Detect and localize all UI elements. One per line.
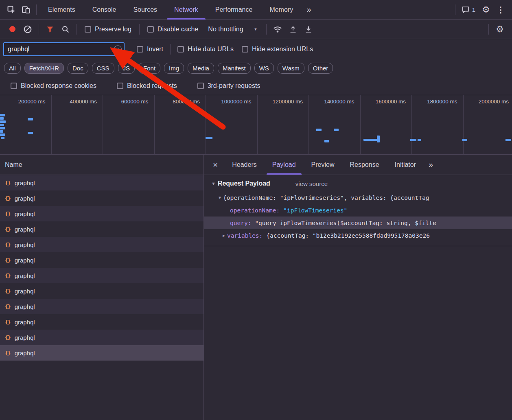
request-row[interactable]: {} graphql [0, 283, 203, 299]
request-row[interactable]: {} graphql [0, 175, 203, 190]
hide-data-urls-checkbox[interactable]: Hide data URLs [173, 46, 238, 53]
view-source-link[interactable]: view source [295, 180, 328, 187]
hide-extension-urls-checkbox[interactable]: Hide extension URLs [238, 46, 317, 53]
request-type-chip[interactable]: All [4, 63, 21, 74]
timeline-tick: 800000 ms [155, 95, 206, 154]
details-tab[interactable]: Preview [304, 155, 342, 175]
filter-input-wrap: × [3, 42, 125, 56]
panel-tab[interactable]: Network [166, 0, 207, 20]
request-type-chip[interactable]: Media [188, 63, 214, 74]
waterfall-bar [377, 136, 380, 142]
filter-checkbox[interactable]: 3rd-party requests [193, 82, 265, 90]
request-row[interactable]: {} graphql [0, 314, 203, 330]
clear-filter-icon[interactable]: × [114, 46, 122, 53]
network-settings-gear-icon[interactable]: ⚙ [492, 22, 507, 37]
waterfall-bar [0, 114, 5, 116]
disclosure-down-icon[interactable]: ▼ [219, 195, 221, 200]
fetch-braces-icon: {} [5, 350, 11, 356]
request-row[interactable]: {} graphql [0, 330, 203, 345]
payload-row-query[interactable]: query: "query ipFlowTimeseries($accountT… [204, 217, 512, 229]
waterfall-bar [410, 139, 416, 141]
request-row[interactable]: {} graphql [0, 190, 203, 206]
waterfall-bar [0, 133, 5, 136]
request-type-chip[interactable]: Font [138, 63, 160, 74]
payload-summary-row[interactable]: ▼ {operationName: "ipFlowTimeseries", va… [204, 191, 512, 204]
more-panels-icon[interactable]: » [302, 2, 316, 17]
filter-funnel-icon[interactable] [43, 22, 57, 37]
export-har-icon[interactable] [286, 22, 300, 37]
request-row[interactable]: {} graphql [0, 206, 203, 221]
request-row[interactable]: {} graphql [0, 268, 203, 283]
network-filter-input[interactable] [3, 42, 125, 56]
invert-filter-checkbox[interactable]: Invert [133, 46, 167, 53]
details-tab[interactable]: Initiator [387, 155, 424, 175]
panel-tab[interactable]: Performance [207, 0, 261, 20]
issues-button[interactable]: 1 [458, 6, 479, 14]
inspect-element-icon[interactable] [4, 2, 19, 17]
network-toolbar: Preserve log Disable cache No throttling… [0, 20, 512, 39]
payload-row-operationName[interactable]: operationName: "ipFlowTimeseries" [204, 204, 512, 217]
request-type-chip[interactable]: CSS [92, 63, 114, 74]
filter-checkbox[interactable]: Blocked response cookies [7, 82, 101, 90]
request-row[interactable]: {} graphql [0, 299, 203, 314]
request-type-chip[interactable]: Wasm [278, 63, 304, 74]
panel-tab[interactable]: Console [84, 0, 125, 20]
import-har-icon[interactable] [301, 22, 316, 37]
panel-tab[interactable]: Sources [125, 0, 166, 20]
filter-checkbox[interactable]: Blocked requests [113, 82, 181, 90]
request-type-chip[interactable]: Doc [68, 63, 88, 74]
timeline-tick: 1400000 ms [309, 95, 361, 154]
payload-row-variables[interactable]: ▶ variables: {accountTag: "b12e3b2192ee5… [204, 229, 512, 242]
search-icon[interactable] [58, 22, 73, 37]
panel-tab[interactable]: Memory [261, 0, 302, 20]
request-row[interactable]: {} graphql [0, 252, 203, 268]
request-type-chip[interactable]: Manifest [218, 63, 251, 74]
request-type-chip[interactable]: WS [254, 63, 274, 74]
details-tabbar: × HeadersPayloadPreviewResponseInitiator… [204, 155, 512, 175]
details-tab[interactable]: Payload [265, 155, 304, 175]
request-type-chip[interactable]: Other [308, 63, 333, 74]
disable-cache-checkbox[interactable]: Disable cache [143, 26, 203, 33]
timeline-tick: 1800000 ms [412, 95, 464, 154]
waterfall-bar [0, 130, 3, 133]
panel-tab[interactable]: Elements [39, 0, 84, 20]
timeline-tick: 1000000 ms [206, 95, 258, 154]
fetch-braces-icon: {} [5, 226, 11, 232]
divider [488, 24, 489, 35]
fetch-braces-icon: {} [5, 180, 11, 186]
network-filter-row: × Invert Hide data URLs Hide extension U… [0, 39, 512, 59]
disclosure-down-icon[interactable]: ▼ [211, 181, 216, 186]
waterfall-bar [418, 139, 421, 141]
request-row[interactable]: {} graphql [0, 221, 203, 237]
timeline-tick: 600000 ms [103, 95, 155, 154]
disclosure-right-icon[interactable]: ▶ [223, 233, 225, 238]
menu-dots-icon[interactable]: ⋮ [493, 2, 508, 17]
payload-header: ▼ Request Payload view source [204, 180, 512, 191]
waterfall-bar [0, 117, 4, 120]
waterfall-bar [206, 137, 212, 139]
network-overview-strip[interactable]: 200000 ms400000 ms600000 ms800000 ms1000… [0, 95, 512, 155]
details-tab[interactable]: Headers [224, 155, 264, 175]
throttling-dropdown[interactable]: No throttling ▼ [203, 26, 262, 33]
request-type-chip[interactable]: Fetch/XHR [24, 63, 64, 74]
name-column-header[interactable]: Name [0, 155, 203, 175]
request-row[interactable]: {} graphql [0, 345, 203, 361]
timeline-tick: 2000000 ms [464, 95, 512, 154]
divider [77, 24, 77, 35]
waterfall-bar [0, 127, 5, 129]
request-type-chip[interactable]: Img [164, 63, 184, 74]
waterfall-bar [505, 139, 511, 141]
close-details-icon[interactable]: × [206, 160, 224, 170]
preserve-log-checkbox[interactable]: Preserve log [81, 26, 136, 33]
more-detail-tabs-icon[interactable]: » [424, 160, 438, 169]
request-row[interactable]: {} graphql [0, 237, 203, 252]
request-type-chip[interactable]: JS [118, 63, 135, 74]
clear-network-log-icon[interactable] [20, 22, 35, 37]
device-toolbar-icon[interactable] [19, 2, 33, 17]
divider [39, 24, 39, 35]
settings-gear-icon[interactable]: ⚙ [479, 2, 493, 17]
waterfall-bar [1, 137, 4, 139]
network-conditions-icon[interactable] [270, 22, 285, 37]
details-tab[interactable]: Response [342, 155, 387, 175]
record-icon[interactable] [5, 22, 20, 37]
